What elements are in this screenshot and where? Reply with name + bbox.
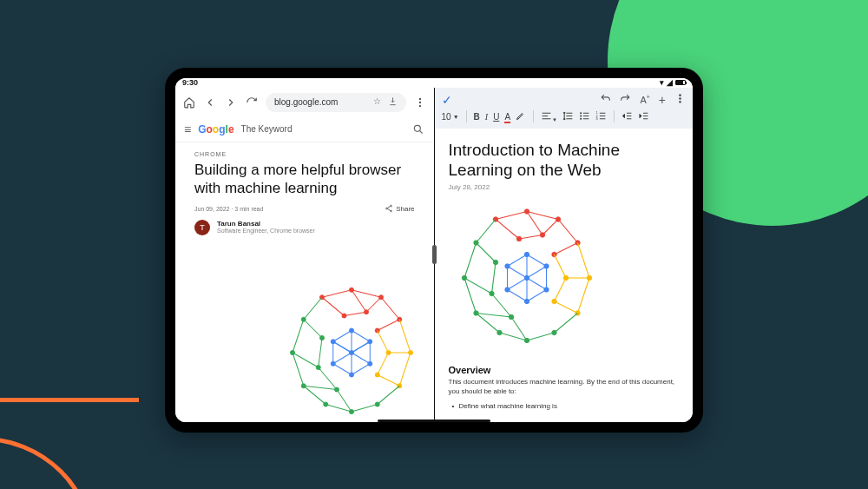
- wifi-icon: ▾: [660, 78, 663, 87]
- undo-icon[interactable]: [600, 92, 611, 108]
- svg-line-133: [507, 254, 527, 267]
- document-paragraph[interactable]: This document introduces machine learnin…: [449, 378, 680, 397]
- svg-point-15: [349, 287, 353, 292]
- svg-point-122: [496, 331, 501, 335]
- section-heading[interactable]: Overview: [449, 365, 680, 375]
- svg-line-11: [322, 297, 345, 315]
- svg-line-63: [332, 341, 351, 353]
- browser-pane: blog.google.com ☆ ≡: [175, 88, 434, 422]
- document-date[interactable]: July 28, 2022: [449, 183, 680, 191]
- svg-line-118: [476, 314, 511, 318]
- svg-point-105: [551, 300, 556, 304]
- document-title[interactable]: Introduction to Machine Learning on the …: [449, 141, 680, 181]
- redo-icon[interactable]: [620, 92, 631, 108]
- svg-point-138: [543, 264, 548, 268]
- indent-button[interactable]: [638, 110, 649, 123]
- svg-line-9: [322, 290, 352, 298]
- svg-line-128: [527, 254, 547, 267]
- line-spacing-button[interactable]: [562, 110, 574, 123]
- forward-icon[interactable]: [224, 96, 238, 109]
- svg-line-83: [496, 212, 527, 220]
- hero-illustration: [278, 279, 425, 422]
- svg-line-88: [554, 243, 577, 255]
- font-size-control[interactable]: 10 ▼: [442, 112, 459, 122]
- svg-line-32: [303, 297, 321, 320]
- chevron-down-icon: ▼: [453, 114, 459, 120]
- article: CHROME Building a more helpful browser w…: [175, 142, 434, 422]
- svg-point-28: [408, 350, 412, 354]
- number-list-button[interactable]: 123: [595, 110, 607, 123]
- back-icon[interactable]: [203, 96, 217, 109]
- svg-line-41: [318, 367, 336, 390]
- svg-line-87: [519, 235, 542, 240]
- svg-point-140: [524, 300, 529, 304]
- svg-point-142: [504, 264, 509, 268]
- svg-point-94: [516, 237, 521, 241]
- svg-point-4: [391, 206, 392, 208]
- svg-line-111: [527, 333, 555, 340]
- document-body[interactable]: Introduction to Machine Learning on the …: [435, 129, 694, 422]
- reload-icon[interactable]: [245, 96, 259, 109]
- document-bullet[interactable]: Define what machine learning is: [459, 402, 680, 410]
- star-icon[interactable]: ☆: [373, 96, 381, 108]
- battery-icon: [675, 80, 686, 85]
- svg-point-0: [419, 98, 420, 99]
- article-category[interactable]: CHROME: [194, 151, 415, 157]
- svg-line-115: [491, 294, 511, 317]
- home-icon[interactable]: [182, 96, 196, 109]
- avatar: T: [194, 220, 210, 235]
- highlight-button[interactable]: [516, 110, 526, 122]
- svg-point-67: [367, 361, 372, 366]
- drag-handle-icon[interactable]: [432, 245, 437, 264]
- bullet-list-button[interactable]: [579, 110, 590, 123]
- insert-icon[interactable]: +: [659, 93, 666, 107]
- menu-icon[interactable]: ≡: [184, 122, 191, 136]
- google-logo[interactable]: Google: [198, 123, 233, 135]
- docs-toolbar: ✓ A+ + 10 ▼: [435, 88, 694, 129]
- svg-line-54: [352, 331, 370, 342]
- split-divider[interactable]: [434, 88, 435, 422]
- site-header: ≡ Google The Keyword: [175, 117, 434, 142]
- docs-more-icon[interactable]: [674, 92, 686, 108]
- text-color-button[interactable]: A: [504, 112, 510, 122]
- svg-line-40: [318, 338, 321, 367]
- search-icon[interactable]: [411, 122, 425, 136]
- share-button[interactable]: Share: [385, 204, 414, 213]
- text-style-icon[interactable]: A+: [640, 94, 649, 105]
- url-text: blog.google.com: [274, 97, 338, 107]
- site-title: The Keyword: [241, 124, 293, 134]
- done-check-icon[interactable]: ✓: [442, 93, 452, 107]
- svg-line-107: [464, 243, 477, 279]
- svg-point-51: [319, 335, 324, 340]
- more-icon[interactable]: [413, 96, 427, 109]
- align-button[interactable]: ▼: [541, 110, 557, 123]
- svg-point-141: [504, 287, 509, 292]
- bold-button[interactable]: B: [474, 112, 480, 122]
- author-role: Software Engineer, Chrome browser: [217, 228, 315, 235]
- svg-line-59: [332, 331, 351, 342]
- svg-line-109: [476, 314, 499, 334]
- svg-point-121: [473, 311, 477, 315]
- svg-line-38: [377, 386, 399, 404]
- outdent-button[interactable]: [621, 110, 633, 123]
- article-headline: Building a more helpful browser with mac…: [194, 161, 415, 198]
- svg-point-66: [367, 340, 372, 344]
- url-bar[interactable]: blog.google.com ☆: [266, 93, 406, 112]
- svg-line-57: [332, 364, 351, 375]
- download-icon[interactable]: [388, 96, 398, 108]
- svg-point-75: [581, 113, 582, 114]
- italic-button[interactable]: I: [485, 112, 488, 122]
- svg-line-39: [303, 320, 321, 338]
- svg-line-85: [496, 220, 519, 240]
- svg-point-69: [331, 361, 335, 366]
- svg-point-89: [524, 209, 529, 214]
- svg-line-35: [303, 386, 326, 404]
- svg-line-37: [352, 405, 378, 413]
- svg-line-113: [476, 243, 496, 263]
- home-handle[interactable]: [378, 420, 490, 422]
- underline-button[interactable]: U: [493, 112, 499, 122]
- svg-line-98: [554, 301, 577, 314]
- svg-line-96: [577, 243, 589, 279]
- svg-point-31: [375, 373, 379, 377]
- svg-line-23: [399, 353, 411, 386]
